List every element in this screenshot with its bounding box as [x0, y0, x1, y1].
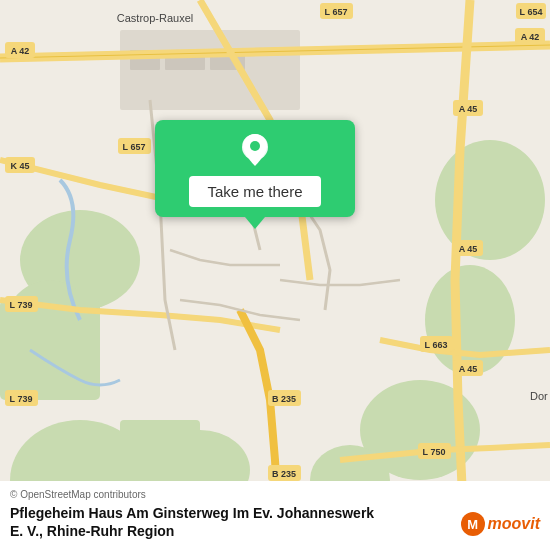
svg-text:L 750: L 750 — [423, 447, 446, 457]
svg-text:K 45: K 45 — [10, 161, 29, 171]
svg-point-50 — [250, 141, 260, 151]
svg-point-5 — [425, 265, 515, 375]
place-name: Pflegeheim Haus Am Ginsterweg Im Ev. Joh… — [10, 504, 390, 540]
svg-rect-3 — [0, 300, 100, 400]
svg-text:A 45: A 45 — [459, 244, 478, 254]
svg-text:L 657: L 657 — [325, 7, 348, 17]
svg-text:L 739: L 739 — [10, 394, 33, 404]
svg-point-4 — [435, 140, 545, 260]
take-me-there-button[interactable]: Take me there — [189, 176, 320, 207]
location-popup: Take me there — [155, 120, 355, 217]
svg-text:B 235: B 235 — [272, 469, 296, 479]
moovit-icon: M — [461, 512, 485, 536]
svg-text:B 235: B 235 — [272, 394, 296, 404]
svg-rect-10 — [120, 420, 200, 490]
map-container: A 42 A 42 L 657 L 657 L 657 K 45 A 45 A … — [0, 0, 550, 550]
svg-text:A 45: A 45 — [459, 364, 478, 374]
svg-text:Dor: Dor — [530, 390, 548, 402]
info-bar: © OpenStreetMap contributors Pflegeheim … — [0, 481, 550, 550]
location-pin-icon — [237, 132, 273, 168]
svg-text:L 739: L 739 — [10, 300, 33, 310]
moovit-logo: M moovit — [461, 512, 540, 536]
svg-text:L 663: L 663 — [425, 340, 448, 350]
svg-text:A 42: A 42 — [11, 46, 30, 56]
svg-text:L 657: L 657 — [123, 142, 146, 152]
svg-text:A 42: A 42 — [521, 32, 540, 42]
map-attribution: © OpenStreetMap contributors — [10, 489, 540, 500]
moovit-logo-text: moovit — [488, 515, 540, 533]
map-background: A 42 A 42 L 657 L 657 L 657 K 45 A 45 A … — [0, 0, 550, 550]
svg-text:Castrop-Rauxel: Castrop-Rauxel — [117, 12, 193, 24]
svg-text:A 45: A 45 — [459, 104, 478, 114]
svg-text:L 654: L 654 — [520, 7, 543, 17]
